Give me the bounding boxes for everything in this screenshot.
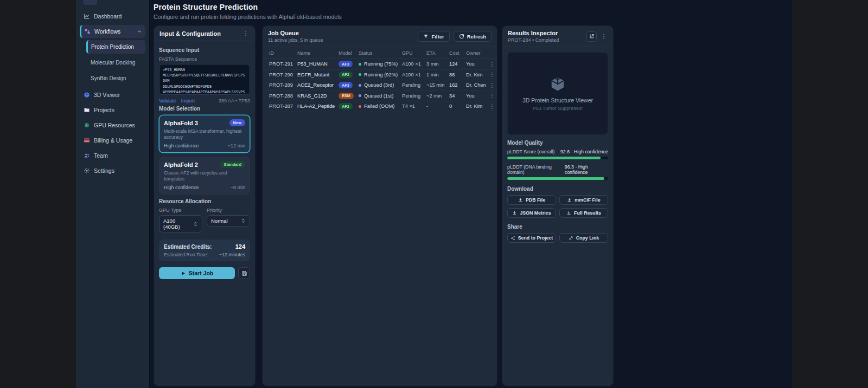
download-mmcif-button[interactable]: mmCIF File xyxy=(559,195,608,205)
chevron-down-icon xyxy=(137,29,142,34)
plddt-domain-bar xyxy=(507,177,608,180)
runtime-label: Estimated Run Time: xyxy=(164,252,208,257)
table-row[interactable]: PROT-291 P53_HUMAN AF3 Running (75%) A10… xyxy=(263,59,497,70)
sidebar-item-3d-viewer[interactable]: 3D Viewer xyxy=(80,88,145,101)
sidebar-item-label: Team xyxy=(94,152,108,159)
results-panel-header: Results Inspector PROT-284 • Completed ⋮ xyxy=(502,26,613,47)
model-selection-heading: Model Selection xyxy=(159,106,250,112)
credits-label: Estimated Credits: xyxy=(164,244,212,250)
download-full-button[interactable]: Full Results xyxy=(559,208,608,218)
sidebar-item-label: Settings xyxy=(94,167,114,174)
validate-link[interactable]: Validate xyxy=(159,98,176,104)
row-kebab-icon[interactable]: ⋮ xyxy=(489,104,495,109)
download-heading: Download xyxy=(507,186,608,192)
sidebar-item-settings[interactable]: Settings xyxy=(80,164,145,177)
sidebar: Dashboard Workflows Protein Prediction M… xyxy=(76,0,150,388)
send-to-project-button[interactable]: Send to Project xyxy=(507,233,556,243)
subnav-item-label: Protein Prediction xyxy=(91,44,134,50)
model-description: Multi-scale MSA transformer, highest acc… xyxy=(164,128,245,140)
sequence-input-heading: Sequence Input xyxy=(159,47,250,53)
resource-allocation-heading: Resource Allocation xyxy=(159,198,250,204)
status-dot xyxy=(359,105,361,108)
folder-icon xyxy=(83,107,90,114)
sidebar-item-workflows[interactable]: Workflows xyxy=(80,25,145,38)
save-config-button[interactable] xyxy=(238,267,250,279)
sidebar-item-label: 3D Viewer xyxy=(94,92,120,98)
chart-icon xyxy=(83,13,90,20)
workflow-icon xyxy=(84,28,91,35)
model-pill: AF2 xyxy=(339,72,353,78)
config-panel-body: Sequence Input FASTA Sequence >P53_HUMAN… xyxy=(154,41,255,283)
panels-row: Input & Configuration ⋮ Sequence Input F… xyxy=(154,25,792,386)
table-row[interactable]: PROT-287 HLA-A2_Peptide AF2 Failed (OOM)… xyxy=(263,101,497,112)
model-description: Classic AF2 with recycles and templates xyxy=(164,170,245,182)
viewer-title: 3D Protein Structure Viewer xyxy=(522,97,593,104)
filter-button[interactable]: Filter xyxy=(418,31,449,42)
sidebar-item-team[interactable]: Team xyxy=(80,149,145,162)
table-row[interactable]: PROT-289 ACE2_Receptor AF3 Queued (3rd) … xyxy=(263,80,497,91)
model-quality-heading: Model Quality xyxy=(507,140,608,146)
kebab-menu-icon[interactable]: ⋮ xyxy=(242,30,250,37)
workflows-submenu: Protein Prediction Molecular Docking Syn… xyxy=(86,40,145,85)
cube-icon xyxy=(83,92,90,99)
queue-table-header: IDName ModelStatus GPUETA CostOwner xyxy=(263,47,497,59)
download-json-button[interactable]: JSON Metrics xyxy=(507,208,556,218)
job-queue-panel: Job Queue 11 active jobs, 5 in queue Fil… xyxy=(262,25,497,386)
card-icon xyxy=(83,137,90,144)
save-icon xyxy=(241,270,247,276)
status-dot xyxy=(359,84,361,87)
row-kebab-icon[interactable]: ⋮ xyxy=(489,72,495,77)
play-icon xyxy=(181,271,186,276)
results-inspector-panel: Results Inspector PROT-284 • Completed ⋮… xyxy=(502,25,614,386)
download-pdb-button[interactable]: PDB File xyxy=(507,195,556,205)
priority-label: Priority xyxy=(207,208,250,213)
priority-value: Normal xyxy=(211,218,228,224)
refresh-button[interactable]: Refresh xyxy=(454,31,492,42)
sidebar-item-protein-prediction[interactable]: Protein Prediction xyxy=(86,40,145,54)
sidebar-item-projects[interactable]: Projects xyxy=(80,104,145,117)
results-subtitle: PROT-284 • Completed xyxy=(508,37,559,43)
model-pill: AF3 xyxy=(339,61,353,67)
row-kebab-icon[interactable]: ⋮ xyxy=(489,82,495,88)
updown-icon xyxy=(241,218,246,223)
table-row[interactable]: PROT-288 KRAS_G12D ESM Queued (1st) Pend… xyxy=(263,91,497,102)
sidebar-item-billing[interactable]: Billing & Usage xyxy=(80,134,145,147)
queue-panel-title: Job Queue xyxy=(268,30,323,36)
config-panel-header: Input & Configuration ⋮ xyxy=(154,26,255,41)
model-card-alphafold3[interactable]: AlphaFold 3 New Multi-scale MSA transfor… xyxy=(159,115,250,153)
sidebar-item-dashboard[interactable]: Dashboard xyxy=(80,10,145,23)
results-panel-title: Results Inspector xyxy=(508,30,559,36)
subnav-item-label: SynBio Design xyxy=(91,75,126,81)
download-icon xyxy=(512,211,517,216)
row-kebab-icon[interactable]: ⋮ xyxy=(489,93,495,99)
credits-value: 124 xyxy=(235,243,245,250)
queue-subtitle: 11 active jobs, 5 in queue xyxy=(268,37,323,43)
priority-select[interactable]: Normal xyxy=(207,215,250,227)
share-heading: Share xyxy=(507,224,608,230)
model-card-alphafold2[interactable]: AlphaFold 2 Standard Classic AF2 with re… xyxy=(159,157,250,195)
config-panel-title: Input & Configuration xyxy=(159,30,221,37)
model-name: AlphaFold 3 xyxy=(164,120,198,126)
sidebar-item-molecular-docking[interactable]: Molecular Docking xyxy=(86,56,145,69)
sequence-meta: 389 AA • TP53 xyxy=(219,98,250,104)
gpu-type-label: GPU Type xyxy=(159,208,202,213)
filter-icon xyxy=(423,34,429,39)
status-dot xyxy=(359,94,361,97)
model-badge: New xyxy=(229,119,245,126)
sidebar-item-label: Workflows xyxy=(94,28,120,35)
gpu-type-select[interactable]: A100 (40GB) xyxy=(159,215,202,232)
table-row[interactable]: PROT-290 EGFR_Mutant AF2 Running (92%) A… xyxy=(263,70,497,81)
download-icon xyxy=(567,198,572,203)
kebab-menu-icon[interactable]: ⋮ xyxy=(600,33,608,40)
row-kebab-icon[interactable]: ⋮ xyxy=(489,61,495,67)
external-link-icon xyxy=(589,34,595,39)
start-job-button[interactable]: Start Job xyxy=(159,267,235,279)
copy-link-button[interactable]: Copy Link xyxy=(559,233,608,243)
open-external-button[interactable] xyxy=(586,31,597,42)
sidebar-item-gpu-resources[interactable]: GPU Resources xyxy=(80,119,145,132)
sidebar-item-synbio-design[interactable]: SynBio Design xyxy=(86,72,145,85)
app-logo xyxy=(83,0,97,5)
fasta-sequence-input[interactable]: >P53_HUMAN MEEPQSDPSVEPPLSQETFSDLWKLLPEN… xyxy=(159,64,250,95)
import-link[interactable]: Import xyxy=(181,98,195,104)
structure-viewer[interactable]: 3D Protein Structure Viewer P53 Tumor Su… xyxy=(507,52,608,135)
